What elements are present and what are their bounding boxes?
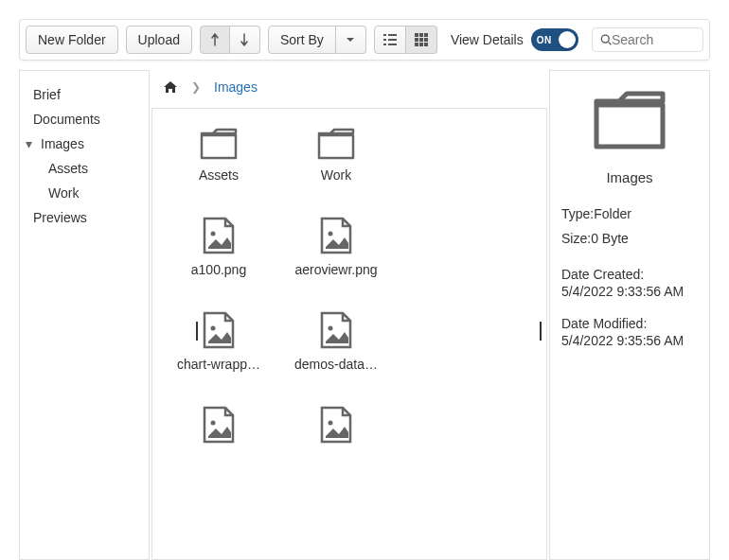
svg-rect-11: [424, 38, 428, 42]
grid-item-label: Work: [321, 167, 351, 183]
grid-icon: [415, 33, 428, 46]
image-file-icon: [203, 406, 235, 444]
details-title: Images: [561, 169, 698, 185]
svg-rect-13: [419, 43, 423, 46]
svg-rect-5: [388, 44, 397, 45]
image-file-icon: [320, 311, 352, 349]
grid-item-label: a100.png: [191, 262, 246, 277]
svg-rect-4: [383, 44, 386, 45]
sort-direction-group: [200, 26, 260, 54]
svg-point-20: [329, 326, 333, 331]
svg-rect-12: [415, 43, 418, 46]
main: Brief Documents ▾Images Assets Work Prev…: [19, 70, 710, 560]
arrow-up-icon: [210, 33, 220, 46]
folder-tree: Brief Documents ▾Images Assets Work Prev…: [19, 70, 150, 560]
tree-item-brief[interactable]: Brief: [26, 82, 143, 107]
breadcrumb: ❯ Images: [151, 70, 547, 104]
grid-item[interactable]: aeroviewr.png: [279, 217, 393, 277]
image-file-icon: [320, 217, 352, 254]
details-created-value: 5/4/2022 9:33:56 AM: [561, 284, 698, 299]
details-size: Size:0 Byte: [561, 231, 698, 246]
caret-down-icon: ▾: [26, 136, 35, 151]
svg-point-21: [211, 421, 216, 426]
splitter-handle[interactable]: [540, 322, 542, 341]
list-view-button[interactable]: [374, 26, 406, 54]
view-details-toggle-wrap: View Details ON: [451, 28, 578, 51]
details-panel: Images Type:Folder Size:0 Byte Date Crea…: [549, 70, 710, 560]
grid-item[interactable]: Work: [279, 128, 393, 183]
grid-item[interactable]: [279, 406, 393, 451]
sort-by-button[interactable]: Sort By: [268, 26, 336, 54]
grid-item-label: Assets: [199, 167, 239, 183]
grid-item[interactable]: [162, 406, 276, 451]
search-box[interactable]: [592, 27, 703, 52]
search-input[interactable]: [612, 32, 695, 47]
sort-by-dropdown-button[interactable]: [336, 26, 366, 54]
details-modified-value: 5/4/2022 9:35:56 AM: [561, 333, 698, 348]
upload-button[interactable]: Upload: [126, 26, 192, 54]
breadcrumb-separator-icon: ❯: [191, 80, 201, 94]
svg-point-19: [211, 326, 216, 331]
content: ❯ Images Assets Wo: [151, 70, 547, 560]
view-details-label: View Details: [451, 32, 524, 47]
home-icon[interactable]: [163, 80, 178, 94]
svg-rect-14: [424, 43, 428, 46]
splitter-handle[interactable]: [196, 322, 198, 341]
grid-item-label: demos-data…: [294, 357, 378, 372]
svg-rect-9: [415, 38, 418, 42]
svg-rect-2: [383, 39, 386, 41]
file-grid[interactable]: Assets Work a100.png: [151, 108, 547, 560]
details-folder-icon: [561, 90, 698, 152]
list-icon: [383, 34, 397, 45]
search-icon: [600, 33, 612, 46]
view-mode-group: [374, 26, 437, 54]
tree-item-previews[interactable]: Previews: [26, 205, 143, 230]
switch-thumb: [559, 31, 576, 48]
svg-rect-10: [419, 38, 423, 42]
svg-point-17: [211, 232, 216, 236]
details-modified-label: Date Modified:: [561, 316, 698, 331]
sort-descending-button[interactable]: [230, 26, 260, 54]
image-file-icon: [203, 217, 235, 254]
caret-down-icon: [346, 36, 355, 44]
image-file-icon: [320, 406, 352, 444]
grid-item-label: chart-wrapp…: [177, 357, 260, 372]
folder-icon: [317, 128, 355, 160]
toolbar: New Folder Upload Sort By: [19, 19, 710, 61]
switch-on-label: ON: [537, 35, 552, 45]
grid-item[interactable]: demos-data…: [279, 311, 393, 372]
arrow-down-icon: [240, 33, 249, 46]
svg-line-16: [608, 43, 611, 45]
svg-rect-0: [383, 34, 386, 36]
svg-rect-1: [388, 34, 397, 36]
image-file-icon: [203, 311, 235, 349]
svg-rect-8: [424, 33, 428, 37]
view-details-switch[interactable]: ON: [531, 28, 578, 51]
tree-item-images: Images: [35, 133, 90, 154]
tree-item-assets[interactable]: Assets: [26, 156, 143, 181]
grid-item[interactable]: a100.png: [162, 217, 276, 277]
svg-point-15: [601, 35, 609, 43]
tree-item-work[interactable]: Work: [26, 181, 143, 205]
grid-item[interactable]: chart-wrapp…: [162, 311, 276, 372]
details-created-label: Date Created:: [561, 267, 698, 282]
breadcrumb-current[interactable]: Images: [214, 79, 258, 95]
svg-point-18: [329, 232, 333, 236]
svg-rect-3: [388, 39, 397, 41]
tree-item-images-row[interactable]: ▾Images: [26, 131, 143, 156]
grid-view-button[interactable]: [406, 26, 437, 54]
new-folder-button[interactable]: New Folder: [26, 26, 118, 54]
svg-rect-7: [419, 33, 423, 37]
sort-by-group: Sort By: [268, 26, 366, 54]
folder-icon: [200, 128, 238, 160]
svg-rect-6: [415, 33, 418, 37]
tree-item-documents[interactable]: Documents: [26, 107, 143, 131]
grid-item[interactable]: Assets: [162, 128, 276, 183]
details-type: Type:Folder: [561, 206, 698, 221]
svg-point-22: [329, 421, 333, 426]
grid-item-label: aeroviewr.png: [294, 262, 377, 277]
sort-ascending-button[interactable]: [200, 26, 230, 54]
